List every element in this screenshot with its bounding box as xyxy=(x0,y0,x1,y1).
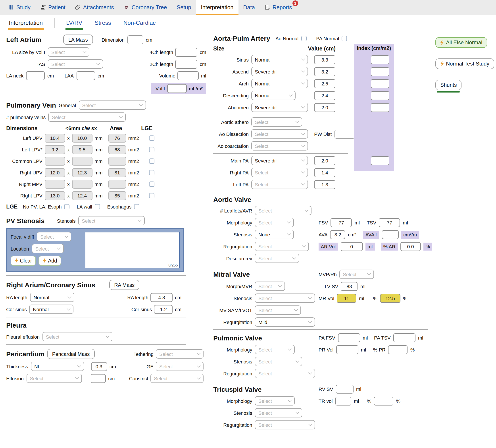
pv-area-input[interactable] xyxy=(108,134,126,143)
focal-v-diff-select[interactable]: Select xyxy=(37,232,71,241)
pw-dist-input[interactable] xyxy=(334,129,355,138)
aortic-athero-select[interactable]: Select xyxy=(251,117,302,127)
ascend-index-input[interactable] xyxy=(371,67,389,76)
nav-coronary-tree[interactable]: Coronary Tree xyxy=(119,0,172,15)
pv-lge-checkbox[interactable] xyxy=(149,147,155,152)
pv-area-input[interactable] xyxy=(108,168,126,177)
shunts-button[interactable]: Shunts xyxy=(435,80,462,90)
right-pa-select[interactable]: Select xyxy=(251,168,308,177)
fsv-input[interactable] xyxy=(331,218,352,227)
pv-count-select[interactable]: Select xyxy=(48,112,126,122)
pv-lge-checkbox[interactable] xyxy=(149,159,155,164)
pr-vol-input[interactable] xyxy=(336,345,358,354)
ava-input[interactable] xyxy=(330,230,345,239)
ar-vol-input[interactable] xyxy=(341,242,363,251)
pv-area-input[interactable] xyxy=(108,145,126,154)
vol-index-input[interactable] xyxy=(167,84,187,93)
sinus-value-input[interactable] xyxy=(314,55,335,64)
normal-test-study-button[interactable]: Normal Test Study xyxy=(435,58,494,69)
ascend-select[interactable]: Severe dil xyxy=(251,67,308,76)
cor-sinus-input[interactable] xyxy=(154,305,173,314)
rv-sv-input[interactable] xyxy=(336,385,354,394)
ao-normal-checkbox[interactable] xyxy=(301,36,306,41)
effusion-input[interactable] xyxy=(91,374,106,383)
tv-stenosis-select[interactable]: Select xyxy=(255,408,302,417)
mv-sam-select[interactable]: Select xyxy=(255,305,301,315)
pv-dim2-input[interactable] xyxy=(72,168,92,177)
lge-esophagus-checkbox[interactable] xyxy=(134,204,140,209)
pv-dim2-input[interactable] xyxy=(72,145,92,154)
tsv-input[interactable] xyxy=(379,218,400,227)
tethering-select[interactable]: Select xyxy=(156,349,203,359)
av-regurgitation-select[interactable]: Select xyxy=(255,242,309,251)
lge-nopv-checkbox[interactable] xyxy=(64,204,70,209)
pleural-effusion-select[interactable]: Select xyxy=(42,332,112,341)
arch-index-input[interactable] xyxy=(371,79,389,88)
pv-stenosis-notes-textarea[interactable] xyxy=(85,232,179,268)
ascend-value-input[interactable] xyxy=(314,67,335,76)
av-morphology-select[interactable]: Select xyxy=(255,218,294,227)
tab-lvrv[interactable]: LV/RV xyxy=(65,16,83,30)
tv-regurgitation-select[interactable]: Select xyxy=(255,420,315,429)
pv-dim2-input[interactable] xyxy=(72,134,92,143)
mr-pct-input[interactable] xyxy=(380,294,401,303)
pv-general-select[interactable]: Select xyxy=(78,100,146,110)
constrict-select[interactable]: Select xyxy=(150,374,203,383)
leaflets-select[interactable]: Select xyxy=(255,206,311,215)
pct-pr-input[interactable] xyxy=(388,345,408,354)
pct-ar-input[interactable] xyxy=(401,242,421,251)
pa-fsv-input[interactable] xyxy=(338,333,360,342)
descending-select[interactable]: Normal xyxy=(251,91,295,100)
sinus-index-input[interactable] xyxy=(371,55,389,64)
effusion-select[interactable]: Select xyxy=(26,374,82,383)
add-button[interactable]: Add xyxy=(39,256,61,266)
pv-dim2-input[interactable] xyxy=(72,157,92,166)
dimension-input[interactable] xyxy=(127,35,143,44)
left-pa-value-input[interactable] xyxy=(314,180,335,189)
ava-index-input[interactable] xyxy=(382,230,398,239)
pericardial-mass-button[interactable]: Pericardial Mass xyxy=(47,349,94,359)
abdomen-value-input[interactable] xyxy=(314,103,335,112)
pv-dim1-input[interactable] xyxy=(45,191,65,200)
desc-ao-rev-select[interactable]: Select xyxy=(255,254,299,263)
ao-coarctation-select[interactable]: Select xyxy=(251,141,308,150)
ra-length-select[interactable]: Normal xyxy=(30,293,74,302)
tab-interpretation[interactable]: Interpretation xyxy=(8,16,44,30)
nav-reports[interactable]: Reports 1 xyxy=(260,0,297,15)
pv-dim1-input[interactable] xyxy=(45,157,65,166)
thickness-select[interactable]: Nl xyxy=(31,362,84,371)
av-stenosis-select[interactable]: None xyxy=(255,230,294,239)
right-pa-value-input[interactable] xyxy=(314,168,335,177)
ias-select[interactable]: Select xyxy=(48,59,103,69)
sinus-select[interactable]: Normal xyxy=(251,55,308,64)
pv-dim2-input[interactable] xyxy=(72,180,92,189)
2ch-length-input[interactable] xyxy=(175,60,198,68)
pv-lge-checkbox[interactable] xyxy=(149,135,155,141)
nav-patient[interactable]: Patient xyxy=(35,0,70,15)
pv-lge-checkbox[interactable] xyxy=(149,170,155,175)
pv-stenosis-select[interactable]: Select xyxy=(78,216,145,225)
tab-stress[interactable]: Stress xyxy=(94,16,112,30)
mr-vol-input[interactable] xyxy=(337,294,356,303)
left-pa-select[interactable]: Select xyxy=(251,180,308,189)
ra-length-input[interactable] xyxy=(151,293,173,302)
arch-select[interactable]: Normal xyxy=(251,79,308,88)
ge-select[interactable]: Select xyxy=(156,362,203,371)
lv-sv-input[interactable] xyxy=(341,282,358,291)
tab-non-cardiac[interactable]: Non-Cardiac xyxy=(123,16,157,30)
thickness-input[interactable] xyxy=(91,362,107,371)
nav-study[interactable]: Study xyxy=(3,0,35,15)
abdomen-select[interactable]: Severe dil xyxy=(251,103,308,112)
lge-lawall-checkbox[interactable] xyxy=(95,204,100,209)
nav-attachments[interactable]: Attachments xyxy=(70,0,119,15)
pv-lge-checkbox[interactable] xyxy=(149,181,155,187)
nav-interpretation[interactable]: Interpretation xyxy=(196,0,238,15)
la-neck-input[interactable] xyxy=(26,71,45,80)
la-size-select[interactable]: Select xyxy=(48,47,89,57)
la-mass-button[interactable]: LA Mass xyxy=(63,34,93,45)
pv-dim2-input[interactable] xyxy=(72,191,92,200)
ao-dissection-select[interactable]: Select xyxy=(251,129,308,139)
nav-setup[interactable]: Setup xyxy=(172,0,196,15)
tr-pct-input[interactable] xyxy=(374,396,393,405)
pv-lge-checkbox[interactable] xyxy=(149,193,155,198)
